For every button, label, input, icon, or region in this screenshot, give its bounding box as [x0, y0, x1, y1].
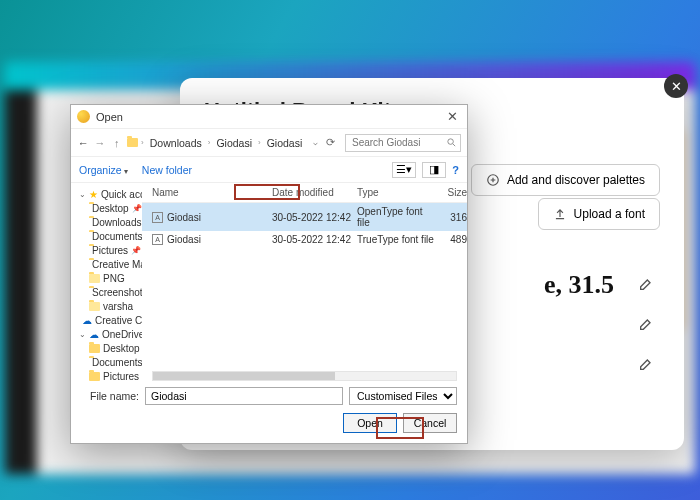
col-date[interactable]: Date modified [272, 187, 357, 198]
tree-item[interactable]: Documents [73, 355, 140, 369]
tree-item[interactable]: Desktop [73, 341, 140, 355]
dialog-nav: ← → ↑ › Downloads › Giodasi › Giodasi ⌵ … [71, 129, 467, 157]
tree-item[interactable]: ☁Creative Cloud Fil… [73, 313, 140, 327]
new-folder-button[interactable]: New folder [142, 164, 192, 176]
cancel-button[interactable]: Cancel [403, 413, 457, 433]
col-name[interactable]: Name [152, 187, 272, 198]
tree-item[interactable]: varsha [73, 299, 140, 313]
crumb-giodasi-2[interactable]: Giodasi [264, 135, 306, 151]
crumb-downloads[interactable]: Downloads [147, 135, 205, 151]
file-list: Name Date modified Type Size AGiodasi30-… [142, 183, 467, 381]
preview-pane-button[interactable]: ◨ [422, 162, 446, 178]
filename-label: File name: [81, 390, 139, 402]
search-input[interactable] [345, 134, 461, 152]
edit-body-button[interactable] [638, 356, 656, 374]
dialog-titlebar: Open ✕ [71, 105, 467, 129]
edit-heading-button[interactable] [638, 276, 656, 294]
tree-item[interactable]: ⌄★Quick access [73, 187, 140, 201]
refresh-button[interactable]: ⟳ [326, 136, 335, 149]
dialog-close-button[interactable]: ✕ [443, 109, 461, 124]
tree-item[interactable]: Desktop📌 [73, 201, 140, 215]
folder-tree: ⌄★Quick accessDesktop📌Downloads📌Document… [71, 183, 142, 381]
font-sample-heading: e, 31.5 [544, 270, 614, 300]
tree-item[interactable]: ⌄☁OneDrive - Person [73, 327, 140, 341]
filename-input[interactable] [145, 387, 343, 405]
tree-item[interactable]: Screenshots [73, 285, 140, 299]
nav-up-button[interactable]: ↑ [110, 133, 123, 153]
search-icon [446, 137, 457, 148]
help-button[interactable]: ? [452, 164, 459, 176]
file-list-header: Name Date modified Type Size [142, 183, 467, 203]
organize-menu[interactable]: Organize [79, 164, 128, 176]
upload-font-button[interactable]: Upload a font [538, 198, 660, 230]
nav-back-button[interactable]: ← [77, 133, 90, 153]
col-type[interactable]: Type [357, 187, 435, 198]
col-size[interactable]: Size [435, 187, 467, 198]
app-icon [77, 110, 90, 123]
svg-point-1 [448, 138, 454, 144]
folder-icon [127, 138, 138, 147]
nav-forward-button[interactable]: → [94, 133, 107, 153]
dialog-title: Open [96, 111, 443, 123]
plus-circle-icon [486, 173, 500, 187]
edit-subheading-button[interactable] [638, 316, 656, 334]
close-panel-button[interactable]: ✕ [664, 74, 688, 98]
tree-item[interactable]: Creative Market [73, 257, 140, 271]
upload-icon [553, 207, 567, 221]
file-type-filter[interactable]: Customised Files [349, 387, 457, 405]
dialog-footer: File name: Customised Files Open Cancel [71, 381, 467, 443]
horizontal-scrollbar[interactable] [152, 371, 457, 381]
view-mode-button[interactable]: ☰▾ [392, 162, 416, 178]
tree-item[interactable]: PNG [73, 271, 140, 285]
tree-item[interactable]: Pictures [73, 369, 140, 381]
tree-item[interactable]: Pictures📌 [73, 243, 140, 257]
file-row[interactable]: AGiodasi30-05-2022 12:42TrueType font fi… [142, 231, 467, 248]
crumb-giodasi-1[interactable]: Giodasi [213, 135, 255, 151]
crumb-dropdown[interactable]: ⌵ [309, 133, 322, 153]
file-row[interactable]: AGiodasi30-05-2022 12:42OpenType font fi… [142, 203, 467, 231]
open-button[interactable]: Open [343, 413, 397, 433]
add-palettes-button[interactable]: Add and discover palettes [471, 164, 660, 196]
file-open-dialog: Open ✕ ← → ↑ › Downloads › Giodasi › Gio… [70, 104, 468, 444]
breadcrumb: › Downloads › Giodasi › Giodasi [127, 135, 305, 151]
dialog-toolbar: Organize New folder ☰▾ ◨ ? [71, 157, 467, 183]
tree-item[interactable]: Downloads📌 [73, 215, 140, 229]
tree-item[interactable]: Documents📌 [73, 229, 140, 243]
